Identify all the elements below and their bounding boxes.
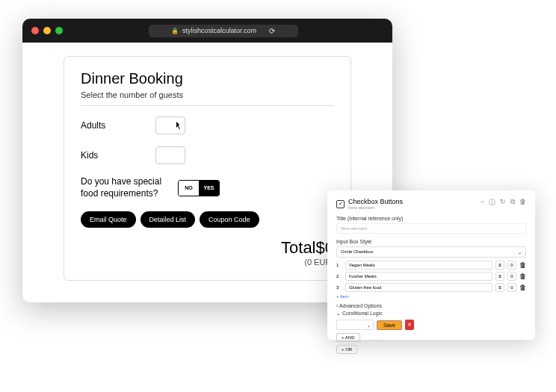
chevron-down-icon: ⌄ [518, 249, 522, 255]
input-adults[interactable] [155, 116, 185, 134]
label-special: Do you have special food requirements? [81, 176, 178, 199]
title-field-input[interactable]: New element [336, 223, 526, 234]
btn-email-quote[interactable]: Email Quote [81, 211, 136, 228]
option-name-input[interactable]: Vegan Meals [345, 261, 492, 270]
calculator-title: Dinner Booking [81, 70, 334, 87]
panel-actions: − ⓘ ↻ ⧉ 🗑 [481, 198, 526, 208]
trash-icon[interactable]: 🗑 [519, 284, 526, 291]
url-bar[interactable]: 🔒 stylishcostcalculator.com ⟳ [149, 25, 298, 37]
advanced-options-toggle[interactable]: › Advanced Options [336, 303, 526, 308]
option-currency[interactable]: $ [495, 261, 504, 270]
url-wrap: 🔒 stylishcostcalculator.com ⟳ [63, 25, 383, 37]
total-row: Total$0 [81, 238, 334, 258]
option-currency[interactable]: $ [495, 283, 504, 292]
sub-total: (0 EUR) [81, 258, 334, 267]
info-icon[interactable]: ⓘ [489, 198, 495, 208]
copy-icon[interactable]: ⧉ [510, 198, 515, 208]
save-button[interactable]: Save [377, 320, 402, 330]
close-button[interactable] [31, 27, 39, 34]
row-adults: Adults [81, 116, 334, 134]
total-label: Total [281, 238, 315, 257]
option-row: 3Gluten-free food$0🗑 [336, 283, 526, 292]
condition-row: ⌄ Save ✕ [336, 320, 526, 330]
maximize-button[interactable] [55, 27, 63, 34]
style-select-value: Circle Checkbox [341, 249, 374, 255]
title-bar: 🔒 stylishcostcalculator.com ⟳ [22, 19, 392, 43]
checkbox-icon: ✓ [336, 200, 345, 208]
toggle-no[interactable]: NO [179, 181, 199, 196]
option-index: 2 [336, 274, 342, 279]
style-select[interactable]: Circle Checkbox ⌄ [336, 246, 526, 258]
panel-title: Checkbox Buttons [348, 198, 403, 205]
collapse-icon[interactable]: − [481, 198, 484, 208]
action-buttons: Email Quote Detailed List Coupon Code [81, 211, 334, 228]
row-kids: Kids [81, 146, 334, 164]
input-kids[interactable] [155, 146, 185, 164]
delete-icon[interactable]: 🗑 [519, 198, 526, 208]
condition-select[interactable]: ⌄ [336, 320, 374, 330]
btn-detailed-list[interactable]: Detailed List [140, 211, 196, 228]
option-index: 3 [336, 285, 342, 290]
add-item-link[interactable]: + Item [336, 294, 526, 299]
option-value-input[interactable]: 0 [507, 261, 516, 270]
trash-icon[interactable]: 🗑 [519, 261, 526, 269]
conditional-logic-toggle[interactable]: ⌄ Conditional Logic [336, 311, 526, 317]
option-index: 1 [336, 263, 342, 267]
lock-icon: 🔒 [171, 28, 179, 34]
toggle-special[interactable]: NO YES [178, 180, 220, 196]
trash-icon[interactable]: 🗑 [519, 273, 526, 280]
style-label: Input Box Style [336, 239, 526, 244]
reload-icon[interactable]: ⟳ [269, 27, 275, 35]
option-currency[interactable]: $ [495, 272, 504, 281]
option-value-input[interactable]: 0 [507, 283, 516, 292]
config-panel: ✓ Checkbox Buttons New element − ⓘ ↻ ⧉ 🗑… [327, 190, 535, 340]
option-row: 1Vegan Meals$0🗑 [336, 261, 526, 270]
traffic-lights [31, 27, 63, 34]
option-value-input[interactable]: 0 [507, 272, 516, 281]
btn-coupon-code[interactable]: Coupon Code [200, 211, 259, 228]
option-row: 2Kosher Meals$0🗑 [336, 272, 526, 281]
toggle-yes[interactable]: YES [199, 181, 219, 196]
panel-header: ✓ Checkbox Buttons New element − ⓘ ↻ ⧉ 🗑 [336, 198, 526, 210]
delete-condition-button[interactable]: ✕ [405, 320, 414, 330]
title-field-label: Title (Internal reference only) [336, 216, 526, 221]
calculator-subtitle: Select the number of guests [81, 90, 334, 106]
calculator-card: Dinner Booking Select the number of gues… [64, 56, 351, 281]
or-button[interactable]: + OR [336, 345, 357, 354]
option-name-input[interactable]: Kosher Meals [345, 272, 492, 281]
option-name-input[interactable]: Gluten-free food [345, 283, 492, 292]
and-button[interactable]: + AND [336, 333, 360, 342]
row-special: Do you have special food requirements? N… [81, 176, 334, 199]
label-adults: Adults [81, 120, 155, 131]
refresh-icon[interactable]: ↻ [500, 198, 506, 208]
label-kids: Kids [81, 150, 155, 161]
panel-subtitle: New element [348, 205, 403, 210]
minimize-button[interactable] [43, 27, 51, 34]
url-text: stylishcostcalculator.com [182, 27, 256, 34]
